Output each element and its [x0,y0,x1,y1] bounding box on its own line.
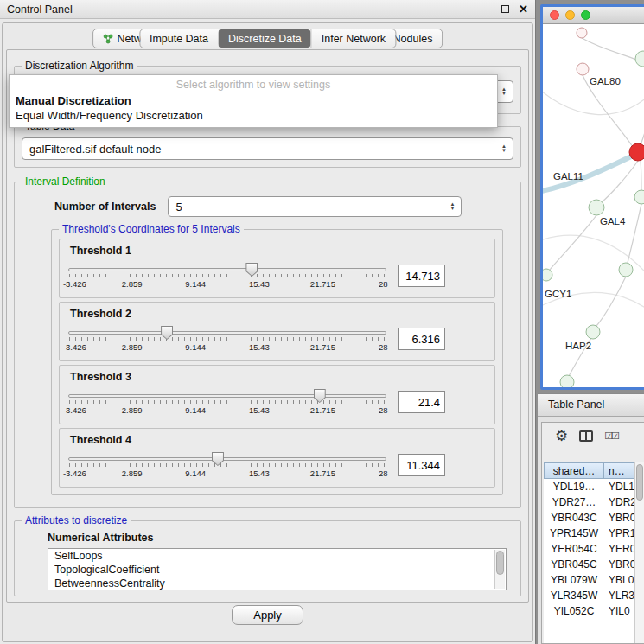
network-node-gal4[interactable] [589,200,604,215]
network-node[interactable] [635,51,644,67]
threshold-4-slider[interactable]: -3.426 2.859 9.144 15.43 21.715 28 [68,451,386,481]
table-row[interactable]: YER054CYER0 [544,541,644,557]
slider-ticks [69,463,386,467]
network-node[interactable] [634,190,644,204]
list-item[interactable]: SelfLoops [48,549,506,563]
network-window-titlebar [543,7,644,24]
close-icon[interactable]: ✕ [519,3,528,15]
table-header-row: shared… n… [544,462,644,479]
gear-icon[interactable]: ⚙ [555,429,568,443]
control-panel-window: Control Panel ✕ Network [0,0,536,644]
table-scrollbar[interactable] [634,462,644,643]
network-node-gcy1[interactable] [543,269,552,281]
number-of-intervals-label: Number of Intervals [54,201,156,213]
apply-button[interactable]: Apply [232,605,303,625]
bottom-tabbar: Impute Data Discretize Data Infer Networ… [139,29,396,48]
cyni-content: Discretization Algorithm ▲▼ Select algor… [6,49,529,603]
zoom-traffic-light-icon[interactable] [581,10,590,20]
number-of-intervals-select[interactable]: 5 ▲▼ [168,196,462,217]
threshold-4-value[interactable] [398,454,445,476]
node-label-gcy1: GCY1 [545,289,571,299]
table-row[interactable]: YIL052CYIL0 [544,603,644,619]
threshold-3-slider[interactable]: -3.426 2.859 9.144 15.43 21.715 28 [68,388,386,418]
tab-label: Discretize Data [228,33,302,45]
table-row[interactable]: YLR345WYLR3 [544,588,644,603]
network-node[interactable] [560,375,574,389]
node-label-gal4: GAL4 [600,216,625,226]
slider-ticks [69,400,386,404]
scrollbar-thumb[interactable] [496,551,504,575]
threshold-1-value[interactable] [398,265,445,287]
column-header-shared-name[interactable]: shared… [544,462,604,479]
threshold-3-label: Threshold 3 [70,371,486,383]
slider-track[interactable] [68,268,386,271]
scrollbar-thumb[interactable] [636,464,643,501]
select-columns-icon[interactable]: ☑☑ [604,430,618,442]
numerical-attributes-label: Numerical Attributes [48,532,513,544]
tab-label: Impute Data [150,33,208,45]
threshold-1-label: Threshold 1 [70,245,486,257]
table-row[interactable]: YPR145WYPR1 [544,526,644,541]
table-row[interactable]: YBL079WYBL0 [544,572,644,588]
group-title: Discretization Algorithm [22,60,137,72]
slider-scale: -3.426 2.859 9.144 15.43 21.715 28 [68,469,386,479]
table-toolbar: ⚙ ☑☑ [542,423,644,449]
list-scrollbar[interactable] [494,550,505,589]
dropdown-option-equal-width[interactable]: Equal Width/Frequency Discretization [10,108,497,123]
control-panel-titlebar: Control Panel ✕ [0,0,535,19]
table-panel-title: Table Panel [538,394,644,417]
group-title: Interval Definition [22,175,109,188]
dropdown-option-manual-discretization[interactable]: Manual Discretization [10,93,497,108]
network-node-hap2[interactable] [586,325,600,339]
close-traffic-light-icon[interactable] [550,10,559,20]
tab-discretize-data[interactable]: Discretize Data [218,29,311,48]
network-node[interactable] [577,28,587,38]
threshold-2-label: Threshold 2 [70,308,486,320]
network-node[interactable] [619,263,633,277]
window-title: Control Panel [7,3,501,16]
threshold-3-panel: Threshold 3 -3.426 2.859 9.144 [59,365,495,424]
stepper-icon: ▲▼ [501,87,507,96]
network-node-selected[interactable] [629,143,644,161]
columns-icon[interactable] [579,430,593,442]
table-data-value: galFiltered.sif default node [29,143,161,156]
list-item[interactable]: TopologicalCoefficient [48,563,506,577]
table-data-select[interactable]: galFiltered.sif default node ▲▼ [22,137,513,160]
attributes-group: Attributes to discretize Numerical Attri… [14,520,521,596]
table-row[interactable]: YBR043CYBR0 [544,510,644,526]
control-panel-body: Network Style Select Cyni Toolbox jActiv… [2,22,533,642]
slider-track[interactable] [68,457,386,461]
network-icon [103,34,113,44]
slider-track[interactable] [68,394,386,398]
tab-infer-network[interactable]: Infer Network [311,29,395,48]
threshold-2-slider[interactable]: -3.426 2.859 9.144 15.43 21.715 28 [68,325,386,354]
network-canvas[interactable]: GAL80 GAL11 GAL4 GCY1 HAP2 [543,24,644,390]
tab-label: Infer Network [322,33,386,45]
threshold-2-value[interactable] [398,328,445,350]
slider-track[interactable] [68,331,386,335]
dropdown-placeholder-option[interactable]: Select algorithm to view settings [10,78,497,93]
table-row[interactable]: YDR27…YDR2 [544,494,644,510]
desktop: Control Panel ✕ Network [0,0,644,644]
network-node-gal80[interactable] [577,63,589,75]
table-panel-window: ⚙ ☑☑ shared… n… YDL19…YDL1 YDR27…YDR2 YB… [541,422,644,644]
threshold-1-slider[interactable]: -3.426 2.859 9.144 15.43 21.715 28 [68,262,386,291]
thresholds-group: Threshold's Coordinates for 5 Intervals … [51,229,503,495]
float-window-icon[interactable] [501,5,509,13]
threshold-3-value[interactable] [398,391,445,413]
stepper-icon: ▲▼ [450,202,455,211]
threshold-1-panel: Threshold 1 -3.426 2.859 9.144 [59,239,495,298]
table-panel-dock: Table Panel ⚙ ☑☑ shared… n… YDL19…YDL1 Y… [538,393,644,644]
tab-impute-data[interactable]: Impute Data [140,29,218,48]
table-data-group: Table Data galFiltered.sif default node … [14,126,521,168]
table-row[interactable]: YDL19…YDL1 [544,479,644,494]
slider-ticks [69,274,386,277]
minimize-traffic-light-icon[interactable] [565,10,575,20]
numerical-attributes-list[interactable]: SelfLoops TopologicalCoefficient Between… [48,548,507,590]
network-view-window: GAL80 GAL11 GAL4 GCY1 HAP2 [540,4,644,390]
threshold-4-label: Threshold 4 [70,434,486,446]
stepper-icon: ▲▼ [501,144,507,153]
list-item[interactable]: BetweennessCentrality [48,577,506,590]
table-row[interactable]: YBR045CYBR0 [544,557,644,572]
algorithm-dropdown-popup: Select algorithm to view settings Manual… [9,74,498,128]
